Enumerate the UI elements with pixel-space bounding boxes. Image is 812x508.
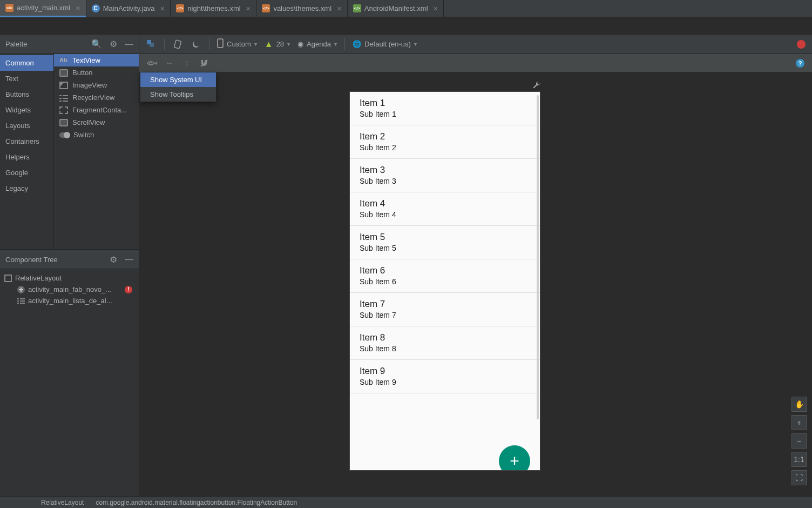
zoom-in-icon[interactable]: + — [791, 415, 807, 430]
design-mode-icon[interactable] — [146, 39, 157, 50]
theme-selector[interactable]: ◉ Agenda ▾ — [297, 40, 337, 48]
list-item-subtitle: Sub Item 5 — [360, 244, 530, 252]
expand-vertical-icon[interactable]: ↕ — [181, 58, 192, 69]
plus-icon — [17, 286, 25, 293]
widget-type-icon — [59, 106, 68, 114]
design-canvas[interactable]: Item 1Sub Item 1Item 2Sub Item 2Item 3Su… — [139, 72, 812, 496]
widget-type-icon — [59, 119, 68, 126]
widget-label: Switch — [73, 131, 94, 139]
zoom-reset-icon[interactable]: 1:1 — [791, 452, 807, 467]
palette-category[interactable]: Google — [0, 165, 53, 181]
palette-widget[interactable]: RecyclerView — [54, 91, 139, 104]
locale-selector[interactable]: 🌐 Default (en-us) ▾ — [353, 40, 417, 48]
palette-category[interactable]: Buttons — [0, 86, 53, 102]
list-item[interactable]: Item 7Sub Item 7 — [350, 293, 540, 326]
gear-icon[interactable]: ⚙ — [110, 255, 117, 265]
editor-tab[interactable]: AndroidManifest.xml× — [348, 0, 444, 17]
device-selector[interactable]: Custom ▾ — [217, 38, 257, 50]
editor-tab[interactable]: night\themes.xml× — [171, 0, 256, 17]
widget-label: RecyclerView — [72, 93, 115, 102]
manifest-file-icon — [353, 4, 361, 12]
editor-tab[interactable]: MainActivity.java× — [86, 0, 171, 17]
list-item-title: Item 8 — [360, 332, 530, 343]
list-item[interactable]: Item 5Sub Item 5 — [350, 226, 540, 259]
xml-file-icon — [176, 4, 184, 12]
palette-category[interactable]: Helpers — [0, 149, 53, 165]
close-icon[interactable]: × — [337, 4, 342, 12]
magnet-icon[interactable] — [199, 58, 209, 69]
expand-horizontal-icon[interactable]: ↔ — [164, 58, 175, 69]
device-preview[interactable]: Item 1Sub Item 1Item 2Sub Item 2Item 3Su… — [350, 92, 540, 470]
android-icon: ▲ — [265, 39, 273, 49]
editor-tab[interactable]: activity_main.xml× — [0, 0, 86, 17]
scrollbar[interactable] — [537, 95, 539, 419]
error-indicator-icon[interactable] — [797, 40, 806, 49]
wrench-icon[interactable] — [532, 81, 541, 91]
minimize-icon[interactable]: — — [125, 39, 133, 49]
zoom-fit-icon[interactable]: ⛶ — [791, 470, 807, 485]
tab-label: values\themes.xml — [273, 4, 331, 12]
palette-widget[interactable]: Switch — [54, 129, 139, 141]
close-icon[interactable]: × — [160, 4, 165, 12]
list-item-title: Item 4 — [360, 198, 530, 209]
list-item-title: Item 1 — [360, 98, 530, 109]
info-badge-icon[interactable]: ? — [796, 59, 804, 68]
list-icon — [17, 297, 25, 305]
list-item-subtitle: Sub Item 2 — [360, 143, 530, 152]
close-icon[interactable]: × — [434, 4, 438, 12]
tree-root[interactable]: RelativeLayout — [3, 272, 136, 284]
palette-widget[interactable]: FragmentConta... — [54, 104, 139, 116]
widget-type-icon — [59, 132, 69, 138]
palette-category[interactable]: Widgets — [0, 102, 53, 118]
close-icon[interactable]: × — [76, 4, 80, 12]
widget-label: ScrollView — [72, 118, 105, 126]
palette-category[interactable]: Layouts — [0, 118, 53, 133]
fab-button[interactable]: + — [499, 445, 530, 470]
list-item-title: Item 5 — [360, 232, 530, 243]
pan-icon[interactable]: ✋ — [791, 397, 807, 412]
list-item[interactable]: Item 8Sub Item 8 — [350, 326, 540, 360]
palette-widget[interactable]: ImageView — [54, 79, 139, 91]
status-segment: RelativeLayout — [10, 499, 84, 506]
palette-body: CommonTextButtonsWidgetsLayoutsContainer… — [0, 54, 139, 250]
list-item[interactable]: Item 1Sub Item 1 — [350, 92, 540, 125]
search-icon[interactable]: 🔍 — [91, 39, 102, 49]
api-selector[interactable]: ▲ 28 ▾ — [265, 39, 290, 49]
night-mode-icon[interactable] — [191, 39, 201, 50]
widget-type-icon — [59, 94, 68, 102]
close-icon[interactable]: × — [246, 4, 251, 12]
list-item-title: Item 3 — [360, 165, 530, 176]
svg-rect-1 — [150, 43, 154, 47]
api-label: 28 — [276, 40, 284, 48]
list-item-subtitle: Sub Item 7 — [360, 311, 530, 319]
java-file-icon — [92, 4, 100, 12]
palette-widget[interactable]: ScrollView — [54, 116, 139, 129]
palette-widget[interactable]: Button — [54, 66, 139, 79]
palette-category[interactable]: Containers — [0, 133, 53, 149]
palette-category[interactable]: Text — [0, 71, 53, 86]
gear-icon[interactable]: ⚙ — [110, 39, 117, 49]
palette-widget[interactable]: AbTextView — [54, 54, 139, 66]
editor-tab[interactable]: values\themes.xml× — [256, 0, 347, 17]
palette-title: Palette — [5, 40, 27, 48]
list-item[interactable]: Item 2Sub Item 2 — [350, 125, 540, 159]
tree-node[interactable]: activity_main_fab_novo_...! — [3, 284, 136, 295]
component-tree-title: Component Tree — [5, 256, 58, 264]
list-item[interactable]: Item 6Sub Item 6 — [350, 259, 540, 293]
minimize-icon[interactable]: — — [125, 255, 133, 264]
error-icon[interactable]: ! — [125, 286, 132, 293]
widget-label: TextView — [72, 56, 100, 64]
palette-category[interactable]: Legacy — [0, 181, 53, 196]
list-item[interactable]: Item 9Sub Item 9 — [350, 360, 540, 393]
list-item[interactable]: Item 3Sub Item 3 — [350, 159, 540, 192]
list-item[interactable]: Item 4Sub Item 4 — [350, 192, 540, 226]
xml-file-icon — [262, 4, 270, 12]
list-item-subtitle: Sub Item 4 — [360, 210, 530, 219]
palette-category[interactable]: Common — [0, 55, 53, 71]
zoom-out-icon[interactable]: − — [791, 433, 807, 449]
orientation-icon[interactable] — [172, 39, 183, 50]
theme-icon: ◉ — [297, 40, 303, 48]
tree-node[interactable]: activity_main_lista_de_alunos — [3, 295, 136, 306]
eye-icon[interactable]: ▾ — [147, 58, 158, 69]
zoom-control-panel: ✋+−1:1⛶ — [791, 397, 807, 485]
